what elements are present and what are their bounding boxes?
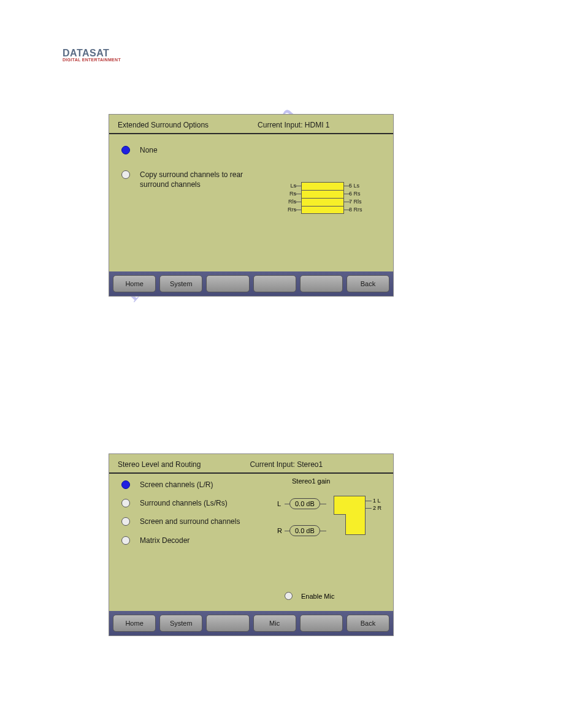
- radio-icon: [121, 480, 130, 489]
- blank-button-1[interactable]: [206, 275, 249, 292]
- in-label-rs: Rs: [278, 191, 296, 197]
- option-screen-channels[interactable]: Screen channels (L/R): [121, 480, 240, 490]
- extended-surround-panel: Extended Surround Options Current Input:…: [109, 114, 394, 297]
- option-matrix-decoder[interactable]: Matrix Decoder: [121, 536, 240, 545]
- gain-title: Stereo1 gain: [292, 477, 388, 485]
- radio-icon: [121, 499, 130, 507]
- gain-section: Stereo1 gain L 0.0 dB R 0.0 dB 1 L 2 R: [277, 477, 388, 491]
- enable-mic-label: Enable Mic: [301, 593, 334, 600]
- blank-button-2[interactable]: [253, 275, 296, 292]
- out-label-7rls: 7 Rls: [349, 199, 373, 205]
- gain-value-r[interactable]: 0.0 dB: [289, 525, 320, 536]
- datasat-logo: DATASAT DIGITAL ENTERTAINMENT: [63, 48, 121, 62]
- out-label-5ls: 5 Ls: [349, 183, 373, 189]
- output-label-2r: 2 R: [373, 505, 381, 511]
- option-label: Matrix Decoder: [140, 536, 190, 545]
- routing-options: Screen channels (L/R) Surround channels …: [121, 480, 240, 554]
- option-surround-channels[interactable]: Surround channels (Ls/Rs): [121, 498, 240, 508]
- option-label: Copy surround channels to rear surround …: [140, 170, 250, 189]
- in-label-rls: Rls: [278, 199, 296, 205]
- radio-icon: [121, 536, 130, 545]
- home-button[interactable]: Home: [113, 615, 156, 632]
- blank-button-1[interactable]: [206, 615, 249, 632]
- home-button[interactable]: Home: [113, 275, 156, 292]
- option-label: None: [140, 145, 158, 155]
- button-bar: Home System Mic Back: [109, 611, 393, 635]
- output-label-1l: 1 L: [373, 498, 381, 504]
- channel-label-r: R: [277, 527, 285, 534]
- blank-button-2[interactable]: [300, 615, 343, 632]
- option-label: Screen and surround channels: [140, 517, 240, 526]
- routing-diagram: Ls Rs Rls Rrs 5 Ls 6 Rs 7 Rls 8 Rrs: [270, 182, 375, 225]
- stereo-level-routing-panel: Stereo Level and Routing Current Input: …: [109, 453, 394, 636]
- enable-mic-option[interactable]: Enable Mic: [285, 592, 334, 600]
- panel-body: None Copy surround channels to rear surr…: [109, 134, 393, 269]
- gain-value-l[interactable]: 0.0 dB: [289, 498, 320, 509]
- in-label-ls: Ls: [278, 183, 296, 189]
- out-label-8rrs: 8 Rrs: [349, 207, 373, 213]
- radio-icon: [121, 146, 130, 154]
- back-button[interactable]: Back: [347, 615, 389, 632]
- option-none[interactable]: None: [121, 145, 381, 155]
- logo-sub: DIGITAL ENTERTAINMENT: [63, 58, 121, 62]
- option-label: Surround channels (Ls/Rs): [140, 498, 228, 508]
- radio-icon: [121, 170, 130, 179]
- current-input-label: Current Input: Stereo1: [250, 460, 323, 469]
- blank-button-3[interactable]: [300, 275, 343, 292]
- option-screen-and-surround[interactable]: Screen and surround channels: [121, 517, 240, 526]
- in-label-rrs: Rrs: [278, 207, 296, 213]
- panel-body: Screen channels (L/R) Surround channels …: [109, 474, 393, 609]
- current-input-label: Current Input: HDMI 1: [258, 121, 329, 129]
- system-button[interactable]: System: [159, 615, 202, 632]
- radio-icon: [121, 517, 130, 526]
- panel-title: Stereo Level and Routing: [118, 460, 201, 469]
- mic-button[interactable]: Mic: [253, 615, 296, 632]
- out-label-6rs: 6 Rs: [349, 191, 373, 197]
- button-bar: Home System Back: [109, 271, 393, 296]
- radio-icon: [285, 592, 293, 600]
- system-button[interactable]: System: [159, 275, 202, 292]
- option-label: Screen channels (L/R): [140, 480, 213, 490]
- panel-title: Extended Surround Options: [118, 121, 209, 129]
- panel-header: Stereo Level and Routing Current Input: …: [109, 454, 393, 474]
- logo-main: DATASAT: [63, 48, 109, 58]
- back-button[interactable]: Back: [347, 275, 389, 292]
- panel-header: Extended Surround Options Current Input:…: [109, 115, 393, 134]
- channel-label-l: L: [277, 500, 285, 507]
